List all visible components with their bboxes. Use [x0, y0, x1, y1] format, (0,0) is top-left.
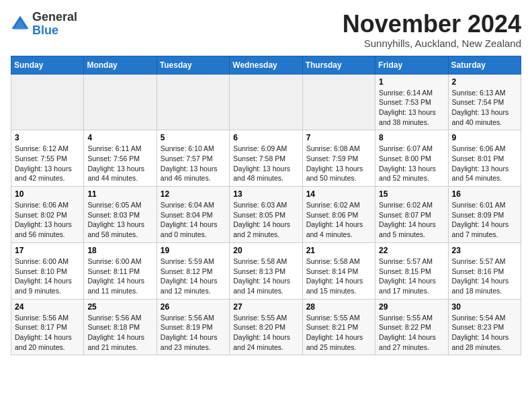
calendar-cell: 23Sunrise: 5:57 AMSunset: 8:16 PMDayligh… [448, 242, 521, 299]
day-number: 30 [452, 302, 517, 312]
day-number: 23 [452, 246, 517, 255]
day-info: Sunrise: 6:02 AMSunset: 8:06 PMDaylight:… [306, 200, 371, 240]
weekday-saturday: Saturday [448, 56, 521, 74]
title-area: November 2024 Sunnyhills, Auckland, New … [343, 11, 521, 49]
day-info: Sunrise: 6:05 AMSunset: 8:03 PMDaylight:… [87, 200, 152, 240]
calendar-cell: 29Sunrise: 5:55 AMSunset: 8:22 PMDayligh… [375, 299, 448, 355]
logo-blue: Blue [32, 24, 58, 37]
logo: General Blue [11, 11, 77, 38]
day-number: 5 [161, 133, 226, 142]
day-info: Sunrise: 6:12 AMSunset: 7:55 PMDaylight:… [15, 144, 80, 183]
calendar-cell: 16Sunrise: 6:01 AMSunset: 8:09 PMDayligh… [448, 187, 521, 243]
calendar-cell: 22Sunrise: 5:57 AMSunset: 8:15 PMDayligh… [375, 242, 448, 299]
calendar-cell: 19Sunrise: 5:59 AMSunset: 8:12 PMDayligh… [157, 242, 229, 299]
calendar-cell: 28Sunrise: 5:55 AMSunset: 8:21 PMDayligh… [302, 299, 375, 355]
day-info: Sunrise: 5:56 AMSunset: 8:18 PMDaylight:… [87, 313, 152, 353]
day-info: Sunrise: 6:04 AMSunset: 8:04 PMDaylight:… [161, 200, 226, 240]
weekday-monday: Monday [84, 56, 157, 74]
calendar-cell: 20Sunrise: 5:58 AMSunset: 8:13 PMDayligh… [230, 242, 302, 299]
calendar-cell: 7Sunrise: 6:08 AMSunset: 7:59 PMDaylight… [302, 130, 375, 187]
day-info: Sunrise: 6:07 AMSunset: 8:00 PMDaylight:… [379, 144, 444, 183]
calendar-cell: 5Sunrise: 6:10 AMSunset: 7:57 PMDaylight… [157, 130, 229, 187]
month-title: November 2024 [343, 11, 521, 38]
calendar-cell: 11Sunrise: 6:05 AMSunset: 8:03 PMDayligh… [84, 187, 157, 243]
day-number: 18 [87, 246, 152, 255]
day-number: 15 [379, 189, 444, 199]
day-info: Sunrise: 6:01 AMSunset: 8:09 PMDaylight:… [452, 200, 517, 240]
day-number: 6 [233, 133, 298, 142]
calendar-week-5: 24Sunrise: 5:56 AMSunset: 8:17 PMDayligh… [11, 299, 521, 355]
day-number: 24 [15, 302, 80, 312]
day-info: Sunrise: 6:11 AMSunset: 7:56 PMDaylight:… [87, 144, 152, 183]
day-number: 3 [15, 133, 80, 142]
weekday-tuesday: Tuesday [157, 56, 229, 74]
weekday-wednesday: Wednesday [230, 56, 302, 74]
day-info: Sunrise: 5:57 AMSunset: 8:16 PMDaylight:… [452, 257, 517, 296]
day-info: Sunrise: 6:02 AMSunset: 8:07 PMDaylight:… [379, 200, 444, 240]
calendar-week-1: 1Sunrise: 6:14 AMSunset: 7:53 PMDaylight… [11, 74, 521, 130]
calendar-cell: 4Sunrise: 6:11 AMSunset: 7:56 PMDaylight… [84, 130, 157, 187]
calendar-cell: 8Sunrise: 6:07 AMSunset: 8:00 PMDaylight… [375, 130, 448, 187]
day-info: Sunrise: 5:56 AMSunset: 8:19 PMDaylight:… [161, 313, 226, 353]
calendar-cell: 9Sunrise: 6:06 AMSunset: 8:01 PMDaylight… [448, 130, 521, 187]
calendar-cell: 26Sunrise: 5:56 AMSunset: 8:19 PMDayligh… [157, 299, 229, 355]
calendar-cell: 10Sunrise: 6:06 AMSunset: 8:02 PMDayligh… [11, 187, 84, 243]
day-info: Sunrise: 6:10 AMSunset: 7:57 PMDaylight:… [161, 144, 226, 183]
day-number: 22 [379, 246, 444, 255]
day-number: 16 [452, 189, 517, 199]
logo-icon [11, 15, 30, 34]
day-number: 1 [379, 77, 444, 87]
calendar-cell: 21Sunrise: 5:58 AMSunset: 8:14 PMDayligh… [302, 242, 375, 299]
day-number: 13 [233, 189, 298, 199]
calendar-cell: 2Sunrise: 6:13 AMSunset: 7:54 PMDaylight… [448, 74, 521, 130]
calendar-cell [84, 74, 157, 130]
calendar-cell [11, 74, 84, 130]
calendar: SundayMondayTuesdayWednesdayThursdayFrid… [11, 56, 521, 356]
day-number: 27 [233, 302, 298, 312]
calendar-cell: 14Sunrise: 6:02 AMSunset: 8:06 PMDayligh… [302, 187, 375, 243]
day-info: Sunrise: 6:13 AMSunset: 7:54 PMDaylight:… [452, 88, 517, 128]
day-info: Sunrise: 5:55 AMSunset: 8:21 PMDaylight:… [306, 313, 371, 353]
day-info: Sunrise: 5:54 AMSunset: 8:23 PMDaylight:… [452, 313, 517, 353]
day-info: Sunrise: 5:55 AMSunset: 8:22 PMDaylight:… [379, 313, 444, 353]
calendar-week-4: 17Sunrise: 6:00 AMSunset: 8:10 PMDayligh… [11, 242, 521, 299]
day-number: 28 [306, 302, 371, 312]
day-info: Sunrise: 5:59 AMSunset: 8:12 PMDaylight:… [161, 257, 226, 296]
calendar-cell [157, 74, 229, 130]
calendar-cell: 30Sunrise: 5:54 AMSunset: 8:23 PMDayligh… [448, 299, 521, 355]
day-info: Sunrise: 5:57 AMSunset: 8:15 PMDaylight:… [379, 257, 444, 296]
weekday-header-row: SundayMondayTuesdayWednesdayThursdayFrid… [11, 56, 521, 74]
day-info: Sunrise: 5:58 AMSunset: 8:14 PMDaylight:… [306, 257, 371, 296]
logo-text: General Blue [32, 11, 77, 38]
calendar-cell: 13Sunrise: 6:03 AMSunset: 8:05 PMDayligh… [230, 187, 302, 243]
day-number: 10 [15, 189, 80, 199]
day-number: 4 [87, 133, 152, 142]
day-info: Sunrise: 6:14 AMSunset: 7:53 PMDaylight:… [379, 88, 444, 128]
calendar-cell: 24Sunrise: 5:56 AMSunset: 8:17 PMDayligh… [11, 299, 84, 355]
logo-general: General [32, 10, 77, 24]
day-number: 14 [306, 189, 371, 199]
day-info: Sunrise: 6:09 AMSunset: 7:58 PMDaylight:… [233, 144, 298, 183]
day-info: Sunrise: 6:00 AMSunset: 8:10 PMDaylight:… [15, 257, 80, 296]
calendar-header: SundayMondayTuesdayWednesdayThursdayFrid… [11, 56, 521, 74]
day-info: Sunrise: 6:06 AMSunset: 8:01 PMDaylight:… [452, 144, 517, 183]
day-number: 21 [306, 246, 371, 255]
day-info: Sunrise: 5:58 AMSunset: 8:13 PMDaylight:… [233, 257, 298, 296]
day-info: Sunrise: 6:06 AMSunset: 8:02 PMDaylight:… [15, 200, 80, 240]
day-number: 25 [87, 302, 152, 312]
calendar-cell: 3Sunrise: 6:12 AMSunset: 7:55 PMDaylight… [11, 130, 84, 187]
calendar-cell: 15Sunrise: 6:02 AMSunset: 8:07 PMDayligh… [375, 187, 448, 243]
calendar-cell: 25Sunrise: 5:56 AMSunset: 8:18 PMDayligh… [84, 299, 157, 355]
day-info: Sunrise: 6:08 AMSunset: 7:59 PMDaylight:… [306, 144, 371, 183]
calendar-cell: 17Sunrise: 6:00 AMSunset: 8:10 PMDayligh… [11, 242, 84, 299]
calendar-cell: 27Sunrise: 5:55 AMSunset: 8:20 PMDayligh… [230, 299, 302, 355]
day-number: 20 [233, 246, 298, 255]
day-info: Sunrise: 6:03 AMSunset: 8:05 PMDaylight:… [233, 200, 298, 240]
calendar-cell: 12Sunrise: 6:04 AMSunset: 8:04 PMDayligh… [157, 187, 229, 243]
day-info: Sunrise: 6:00 AMSunset: 8:11 PMDaylight:… [87, 257, 152, 296]
weekday-friday: Friday [375, 56, 448, 74]
day-number: 19 [161, 246, 226, 255]
weekday-thursday: Thursday [302, 56, 375, 74]
calendar-cell: 6Sunrise: 6:09 AMSunset: 7:58 PMDaylight… [230, 130, 302, 187]
day-number: 11 [87, 189, 152, 199]
